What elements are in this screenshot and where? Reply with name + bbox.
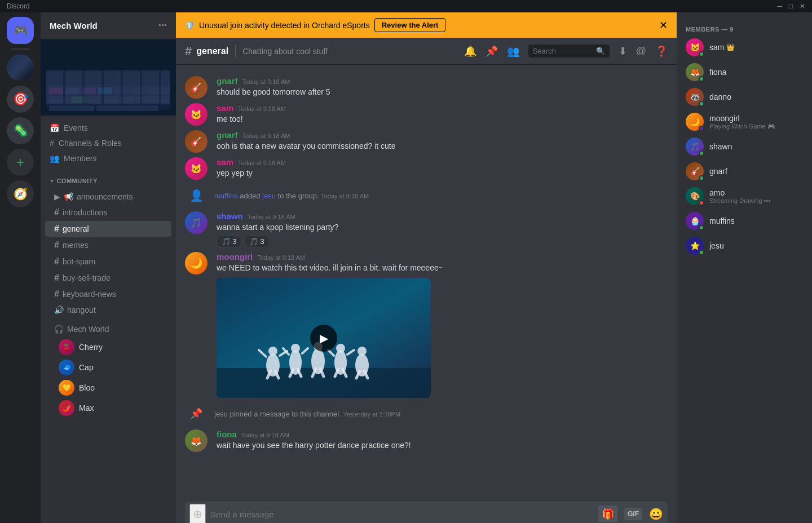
main-content: 🛡️ Unusual join activity detected in Orc…	[176, 12, 677, 523]
svg-point-30	[311, 348, 325, 374]
sidebar-member-bloo[interactable]: 💛 Bloo	[41, 378, 176, 398]
shawn-avatar-1[interactable]: 🎵	[185, 211, 208, 234]
muffins-mention[interactable]: muffins	[214, 192, 238, 200]
member-entry-fiona[interactable]: 🦊 fiona	[681, 60, 807, 85]
events-label: Events	[64, 123, 88, 132]
channel-item-bot-spam[interactable]: # bot-spam	[45, 254, 171, 269]
to-group-text: to the group.	[278, 192, 321, 200]
server-icon-mech-world[interactable]	[7, 54, 34, 81]
message-sam-1: 🐱 sam Today at 9:18 AM me too!	[176, 101, 677, 128]
member-av-moongirl: 🌙	[686, 113, 704, 131]
channel-item-announcements[interactable]: ▶ 📢 announcements	[45, 189, 171, 204]
server-menu-icon[interactable]: ···	[158, 20, 167, 32]
sidebar-member-cap[interactable]: 🧢 Cap	[41, 357, 176, 378]
sidebar-member-max[interactable]: 🌶️ Max	[41, 398, 176, 418]
bell-icon[interactable]: 🔔	[464, 45, 476, 57]
hash-icon-intro: #	[54, 207, 59, 218]
community-label: COMMUNITY	[56, 178, 97, 184]
channel-item-hangout[interactable]: 🔊 hangout	[45, 303, 171, 317]
member-entry-shawn[interactable]: 🎵 shawn	[681, 134, 807, 159]
message-input[interactable]	[210, 504, 594, 524]
community-section-header[interactable]: ▼ COMMUNITY	[45, 175, 171, 187]
members-panel-icon[interactable]: 👥	[507, 45, 519, 57]
jesu-pin-mention[interactable]: jesu	[214, 410, 228, 418]
member-entry-danno[interactable]: 🦝 danno	[681, 85, 807, 109]
help-icon[interactable]: ❓	[655, 45, 668, 57]
channel-item-introductions[interactable]: # introductions	[45, 205, 171, 220]
alert-close-button[interactable]: ✕	[659, 20, 668, 30]
gift-icon[interactable]: 🎁	[598, 506, 617, 522]
pin-icon[interactable]: 📌	[486, 45, 498, 57]
member-entry-moongirl[interactable]: 🌙 moongirl Playing Witch Game 🎮	[681, 109, 807, 134]
hangout-label: hangout	[67, 305, 96, 314]
window-controls[interactable]: ─ □ ✕	[777, 2, 805, 10]
pin-text: jesu pinned a message to this channel. Y…	[214, 410, 400, 418]
gnarf-avatar-1[interactable]: 🎸	[185, 76, 208, 99]
svg-rect-14	[136, 96, 169, 103]
member-av-muffins: 🧁	[686, 212, 704, 230]
fiona-status-dot	[699, 76, 704, 82]
amo-member-name: amo	[709, 188, 725, 197]
message-header-gnarf-1: gnarf Today at 9:18 AM	[217, 76, 668, 86]
channel-item-keyboard-news[interactable]: # keyboard-news	[45, 286, 171, 302]
author-fiona-1[interactable]: fiona	[217, 429, 237, 439]
server-icon-1[interactable]: 🎯	[7, 86, 34, 113]
close-button[interactable]: ✕	[800, 2, 805, 10]
svg-rect-21	[71, 96, 85, 103]
member-entry-sam[interactable]: 🐱 sam 👑	[681, 35, 807, 60]
sidebar-item-members[interactable]: 👥 Members	[45, 151, 171, 166]
fiona-avatar-1[interactable]: 🦊	[185, 429, 208, 452]
server-icon-2[interactable]: 🦠	[7, 117, 34, 144]
author-moongirl-1[interactable]: moongirl	[217, 252, 253, 262]
server-header[interactable]: Mech World ···	[41, 12, 176, 39]
add-server-button[interactable]: +	[7, 149, 34, 176]
author-gnarf-2[interactable]: gnarf	[217, 130, 238, 140]
author-sam-1[interactable]: sam	[217, 103, 233, 113]
buy-sell-trade-label: buy-sell-trade	[63, 273, 111, 282]
sam-member-name: sam	[709, 43, 724, 52]
message-header-fiona-1: fiona Today at 9:18 AM	[217, 429, 668, 439]
moongirl-avatar-1[interactable]: 🌙	[185, 252, 208, 274]
svg-rect-18	[65, 87, 80, 94]
at-icon[interactable]: @	[636, 45, 646, 57]
member-entry-jesu[interactable]: ⭐ jesu	[681, 233, 807, 258]
review-alert-button[interactable]: Review the Alert	[374, 18, 446, 32]
maximize-button[interactable]: □	[789, 2, 793, 10]
channel-item-buy-sell-trade[interactable]: # buy-sell-trade	[45, 270, 171, 286]
member-entry-muffins[interactable]: 🧁 muffins	[681, 209, 807, 233]
sidebar-item-events[interactable]: 📅 Events	[45, 121, 171, 135]
member-av-amo: 🎨	[686, 187, 704, 205]
explore-servers-button[interactable]: 🧭	[7, 180, 34, 207]
channel-item-mech-world-category[interactable]: 🎧 Mech World	[45, 322, 171, 336]
sam-avatar-2[interactable]: 🐱	[185, 157, 208, 180]
search-bar[interactable]: Search 🔍	[528, 45, 610, 57]
member-entry-amo[interactable]: 🎨 amo Streaming Drawing •••	[681, 184, 807, 209]
sidebar-item-channels-roles[interactable]: # Channels & Roles	[45, 136, 171, 150]
reaction-2[interactable]: 🎵 3	[244, 236, 270, 247]
video-play-button[interactable]: ▶	[310, 325, 337, 352]
gnarf-avatar-2[interactable]: 🎸	[185, 130, 208, 153]
author-sam-2[interactable]: sam	[217, 157, 233, 167]
reaction-1[interactable]: 🎵 3	[217, 236, 242, 247]
video-embed[interactable]: ▶	[217, 278, 431, 398]
amo-status-dot	[699, 200, 704, 206]
message-input-area: ⊕ 🎁 GIF 😀	[176, 502, 677, 523]
channel-item-general[interactable]: # general	[45, 221, 171, 237]
keyboard-svg	[41, 39, 176, 116]
channel-item-memes[interactable]: # memes	[45, 237, 171, 253]
jesu-mention[interactable]: jesu	[262, 192, 276, 200]
sam-avatar-1[interactable]: 🐱	[185, 103, 208, 126]
author-shawn-1[interactable]: shawn	[217, 211, 243, 221]
sidebar-member-cherry[interactable]: 🍒 Cherry	[41, 337, 176, 357]
cherry-avatar: 🍒	[59, 339, 74, 355]
minimize-button[interactable]: ─	[777, 2, 782, 10]
member-entry-gnarf[interactable]: 🎸 gnarf	[681, 159, 807, 184]
app-title: Discord	[7, 2, 30, 10]
emoji-button[interactable]: 😀	[649, 507, 663, 521]
add-attachment-button[interactable]: ⊕	[189, 504, 206, 523]
discord-home-button[interactable]: 🎮	[7, 17, 34, 44]
download-icon[interactable]: ⬇	[619, 45, 627, 57]
author-gnarf-1[interactable]: gnarf	[217, 76, 238, 86]
svg-rect-4	[82, 87, 96, 94]
gif-button[interactable]: GIF	[624, 508, 642, 520]
